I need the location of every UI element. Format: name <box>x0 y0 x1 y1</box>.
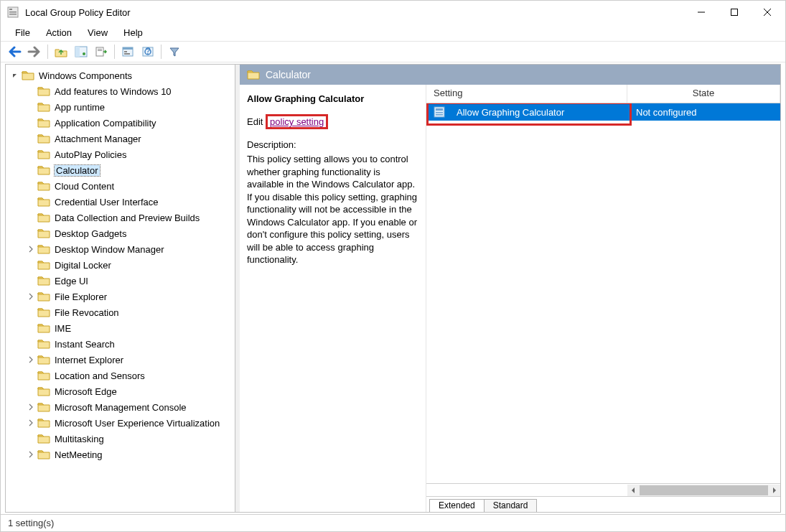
tree-item[interactable]: Add features to Windows 10 <box>6 83 235 99</box>
svg-rect-9 <box>75 47 80 57</box>
folder-icon <box>247 69 260 80</box>
scroll-left-icon[interactable] <box>627 485 639 496</box>
settings-list-column: Setting State Allow Graphing CalculatorN… <box>426 85 780 512</box>
tree-label: App runtime <box>55 102 105 113</box>
tree-item[interactable]: NetMeeting <box>6 447 235 462</box>
folder-icon <box>37 417 50 429</box>
svg-rect-15 <box>123 47 133 50</box>
tab-standard[interactable]: Standard <box>484 499 538 512</box>
view-tabs: ExtendedStandard <box>426 496 780 512</box>
minimize-button[interactable] <box>685 1 718 23</box>
edit-policy-setting-link[interactable]: policy setting <box>270 116 324 127</box>
folder-icon <box>37 338 50 350</box>
tree-label: Internet Explorer <box>55 355 123 365</box>
tree-item[interactable]: Internet Explorer <box>6 352 235 368</box>
setting-row[interactable]: Allow Graphing CalculatorNot configured <box>426 103 780 121</box>
column-header-state[interactable]: State <box>627 85 780 103</box>
tree-item[interactable]: Cloud Content <box>6 178 235 194</box>
tree-label: Microsoft Edge <box>55 386 117 397</box>
tree-label: Windows Components <box>39 70 132 81</box>
menu-item-view[interactable]: View <box>80 26 115 39</box>
tree-label: Attachment Manager <box>55 134 141 144</box>
window-title: Local Group Policy Editor <box>25 7 685 18</box>
svg-rect-13 <box>98 50 102 51</box>
export-icon[interactable] <box>92 43 111 60</box>
tree-item[interactable]: Instant Search <box>6 336 235 352</box>
tree-item[interactable]: Desktop Gadgets <box>6 225 235 241</box>
folder-icon <box>37 101 50 113</box>
tree-item[interactable]: App runtime <box>6 99 235 115</box>
tree-item[interactable]: Edge UI <box>6 273 235 289</box>
details-header: Calculator <box>240 65 780 85</box>
folder-icon <box>37 259 50 271</box>
tree-item-windows-components[interactable]: Windows Components <box>6 67 235 83</box>
svg-rect-1 <box>9 9 12 10</box>
state-cell: Not configured <box>629 107 780 118</box>
tree-item[interactable]: Microsoft Edge <box>6 383 235 399</box>
tree-label: Application Compatibility <box>55 118 156 129</box>
tree-item[interactable]: Microsoft User Experience Virtualization <box>6 415 235 431</box>
window-controls <box>685 1 784 23</box>
tree-toggle-icon[interactable] <box>26 291 36 302</box>
maximize-button[interactable] <box>718 1 751 23</box>
menu-item-file[interactable]: File <box>8 26 37 39</box>
tree-label: Add features to Windows 10 <box>55 86 172 97</box>
tree-toggle-icon[interactable] <box>26 418 36 428</box>
tree-item[interactable]: IME <box>6 320 235 336</box>
tree-item[interactable]: Multitasking <box>6 431 235 447</box>
setting-icon <box>434 106 445 118</box>
svg-rect-3 <box>9 14 17 15</box>
menu-item-action[interactable]: Action <box>39 26 79 39</box>
up-icon[interactable] <box>52 43 70 60</box>
back-icon[interactable] <box>5 43 24 60</box>
tree-item[interactable]: Microsoft Management Console <box>6 399 235 415</box>
toolbar: ? <box>1 41 785 62</box>
horizontal-scrollbar[interactable] <box>426 483 780 496</box>
app-icon <box>6 6 19 19</box>
tree-item[interactable]: AutoPlay Policies <box>6 146 235 162</box>
svg-rect-11 <box>96 47 103 56</box>
filter-icon[interactable] <box>165 43 184 60</box>
tree-item[interactable]: Calculator <box>6 162 235 178</box>
tree-toggle-icon[interactable] <box>26 355 36 365</box>
tree-item[interactable]: Digital Locker <box>6 257 235 273</box>
tree-item[interactable]: Location and Sensors <box>6 368 235 383</box>
svg-rect-17 <box>124 53 130 55</box>
properties-icon[interactable] <box>118 43 137 60</box>
show-hide-tree-icon[interactable] <box>72 43 90 60</box>
tree-item[interactable]: Data Collection and Preview Builds <box>6 210 235 225</box>
close-button[interactable] <box>751 1 784 23</box>
tree-label: Credential User Interface <box>55 197 159 207</box>
tree-toggle-icon[interactable] <box>10 70 20 80</box>
tree-item[interactable]: Attachment Manager <box>6 131 235 146</box>
tree-item[interactable]: File Explorer <box>6 289 235 304</box>
tree-label: Calculator <box>55 165 100 176</box>
tree-item[interactable]: Application Compatibility <box>6 115 235 131</box>
forward-icon[interactable] <box>25 43 44 60</box>
description-text: This policy setting allows you to contro… <box>247 153 418 266</box>
folder-icon <box>37 117 50 129</box>
tree-label: Desktop Window Manager <box>55 244 164 255</box>
tree-label: Instant Search <box>55 339 115 350</box>
tree-toggle-icon[interactable] <box>26 402 36 412</box>
tree-item[interactable]: File Revocation <box>6 304 235 320</box>
tree-item[interactable]: Desktop Window Manager <box>6 241 235 257</box>
tree-label: Data Collection and Preview Builds <box>55 213 200 223</box>
menu-item-help[interactable]: Help <box>116 26 150 39</box>
svg-rect-16 <box>124 51 127 52</box>
tree-item[interactable]: Credential User Interface <box>6 194 235 210</box>
menu-bar: FileActionViewHelp <box>1 24 785 41</box>
folder-icon <box>22 70 34 81</box>
tree-label: Multitasking <box>55 434 104 444</box>
tree-view[interactable]: Windows ComponentsAdd features to Window… <box>6 65 235 512</box>
tree-label: File Explorer <box>55 291 107 302</box>
tab-extended[interactable]: Extended <box>429 499 485 512</box>
tree-toggle-icon[interactable] <box>26 244 36 254</box>
help-icon[interactable]: ? <box>139 43 157 60</box>
tree-toggle-icon[interactable] <box>26 449 36 459</box>
scroll-right-icon[interactable] <box>769 485 780 496</box>
column-header-setting[interactable]: Setting <box>426 85 627 103</box>
scroll-thumb[interactable] <box>640 485 768 495</box>
folder-icon <box>37 386 50 397</box>
tree-label: Edge UI <box>55 276 88 286</box>
